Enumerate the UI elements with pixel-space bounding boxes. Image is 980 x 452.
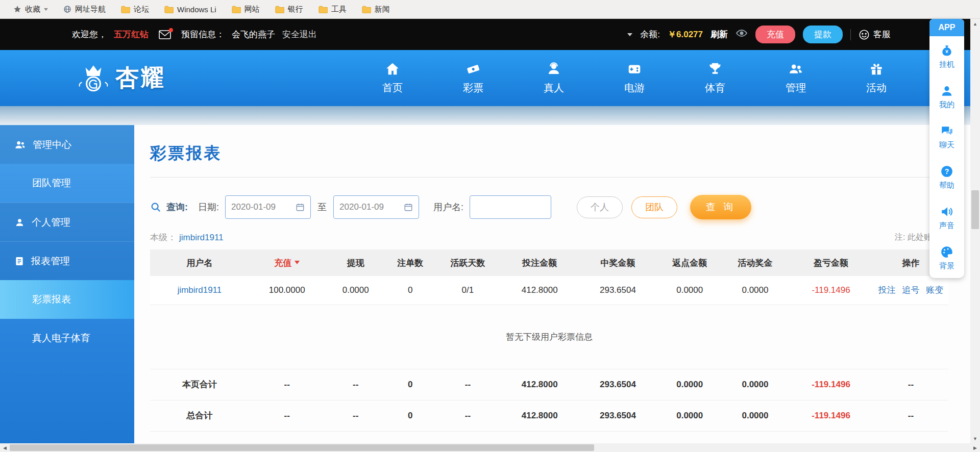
date-from-input[interactable]: 2020-01-09 xyxy=(225,195,311,219)
content-area: 管理中心 团队管理 个人管理 报表管理 彩票报表 真人电子体育 彩票报表 xyxy=(0,125,980,443)
mail-icon[interactable] xyxy=(159,30,171,39)
total-cell: -- xyxy=(325,400,386,431)
crown-emblem-icon xyxy=(77,61,110,95)
nav-item-sports[interactable]: 体育 xyxy=(691,61,740,95)
folder-icon xyxy=(275,6,284,13)
total-cell: 412.8000 xyxy=(501,369,578,400)
float-item-mine[interactable]: 我的 xyxy=(929,77,964,117)
report-icon xyxy=(14,256,24,266)
nav-item-egames[interactable]: 电游 xyxy=(610,61,659,95)
reserved-label: 预留信息： xyxy=(181,29,225,40)
total-cell: -119.1496 xyxy=(789,400,873,431)
horizontal-scroll-thumb[interactable] xyxy=(10,444,594,451)
total-cell: 0.0000 xyxy=(722,400,789,431)
grand-total-row: 总合计 -- -- 0 -- 412.8000 293.6504 0.0000 … xyxy=(150,400,948,431)
sidebar-item-team-manage[interactable]: 团队管理 xyxy=(0,164,134,203)
balance-toolbar: 余额: ￥6.0277 刷新 充值 提款 客服 xyxy=(627,26,980,43)
moneybag-icon: ¥ xyxy=(940,44,953,57)
query-label: 查询: xyxy=(166,201,188,213)
nav-item-home[interactable]: 首页 xyxy=(368,61,417,95)
eye-icon[interactable] xyxy=(736,29,748,40)
sidebar-item-report-manage[interactable]: 报表管理 xyxy=(0,241,134,280)
sidebar-item-admin-center[interactable]: 管理中心 xyxy=(0,125,134,164)
globe-icon xyxy=(63,5,71,13)
col-bet-amount: 投注金额 xyxy=(501,249,578,276)
personal-filter-button[interactable]: 个人 xyxy=(577,196,623,218)
float-item-help[interactable]: ? 帮助 xyxy=(929,157,964,197)
sidebar-item-live-egame-sports[interactable]: 真人电子体育 xyxy=(0,319,134,358)
nav-label: 活动 xyxy=(866,81,887,95)
service-label: 客服 xyxy=(873,29,891,40)
bookmark-folder-windows[interactable]: Windows Li xyxy=(164,5,216,14)
action-account-change-link[interactable]: 账变 xyxy=(926,285,943,295)
scroll-down-arrow[interactable]: ▼ xyxy=(970,434,980,443)
search-icon xyxy=(150,202,161,213)
recharge-button[interactable]: 充值 xyxy=(755,26,795,43)
row-user-link[interactable]: jimbird1911 xyxy=(178,285,222,295)
bookmark-folder-news[interactable]: 新闻 xyxy=(362,5,390,14)
action-chase-link[interactable]: 追号 xyxy=(902,285,919,295)
float-label: 声音 xyxy=(939,221,954,231)
bookmark-folder-banks[interactable]: 银行 xyxy=(275,5,303,14)
vertical-scroll-thumb[interactable] xyxy=(971,190,979,229)
balance-caret-icon[interactable] xyxy=(627,33,632,39)
date-to-input[interactable]: 2020-01-09 xyxy=(333,195,419,219)
horizontal-scrollbar[interactable]: ◀ ▶ xyxy=(0,443,980,452)
bookmark-folder-forum[interactable]: 论坛 xyxy=(121,5,149,14)
nav-item-lottery[interactable]: 彩票 xyxy=(449,61,498,95)
nav-label: 真人 xyxy=(544,81,564,95)
bookmark-folder-sites[interactable]: 网站 xyxy=(232,5,260,14)
scroll-up-arrow[interactable]: ▲ xyxy=(970,19,980,29)
scroll-left-arrow[interactable]: ◀ xyxy=(0,445,10,450)
cell-win: 293.6504 xyxy=(578,276,657,305)
scroll-right-arrow[interactable]: ▶ xyxy=(970,445,980,450)
nav-item-manage[interactable]: 管理 xyxy=(771,61,820,95)
bookmark-folder-tools[interactable]: 工具 xyxy=(318,5,347,14)
site-logo[interactable]: 杏耀 xyxy=(77,61,165,95)
bookmark-favorites[interactable]: 收藏 xyxy=(13,5,48,14)
float-item-autoplay[interactable]: ¥ 挂机 xyxy=(929,36,964,77)
float-item-sound[interactable]: 声音 xyxy=(929,197,964,238)
date-from-value: 2020-01-09 xyxy=(231,202,276,212)
manage-icon xyxy=(788,61,804,77)
empty-row: 暂无下级用户彩票信息 xyxy=(150,305,948,369)
col-recharge-sortable[interactable]: 充值 xyxy=(249,249,325,276)
level-user-link[interactable]: jimbird1911 xyxy=(179,233,224,243)
svg-text:?: ? xyxy=(945,167,949,175)
sidebar-label: 报表管理 xyxy=(31,255,70,268)
customer-service-link[interactable]: 客服 xyxy=(859,29,891,40)
level-row: 本级： jimbird1911 注: 此处账变为 xyxy=(150,232,948,243)
nav-item-live[interactable]: 真人 xyxy=(529,61,578,95)
refresh-button[interactable]: 刷新 xyxy=(710,29,728,40)
folder-icon xyxy=(121,6,130,13)
sidebar-item-personal-manage[interactable]: 个人管理 xyxy=(0,203,134,241)
bookmark-nav-site[interactable]: 网址导航 xyxy=(63,5,106,14)
sidebar-label: 真人电子体育 xyxy=(32,332,90,345)
palette-icon xyxy=(940,245,953,259)
withdraw-button[interactable]: 提款 xyxy=(803,26,843,43)
col-rebate-amount: 返点金额 xyxy=(658,249,722,276)
float-label: 背景 xyxy=(939,261,954,271)
table-header-row: 用户名 充值 提现 注单数 活跃天数 投注金额 中奖金额 返点金额 活动奖金 盈… xyxy=(150,249,948,276)
bookmark-label: 论坛 xyxy=(134,5,149,14)
vertical-scrollbar[interactable]: ▲ ▼ xyxy=(970,19,980,443)
star-icon xyxy=(13,5,21,13)
action-bet-link[interactable]: 投注 xyxy=(878,285,896,295)
total-cell: 293.6504 xyxy=(578,369,657,400)
team-filter-button[interactable]: 团队 xyxy=(631,196,677,218)
bookmark-label: 新闻 xyxy=(375,5,390,14)
date-label: 日期: xyxy=(198,201,219,213)
folder-icon xyxy=(164,6,174,13)
nav-label: 彩票 xyxy=(463,81,483,95)
username-input[interactable] xyxy=(470,195,551,219)
sidebar-item-lottery-report[interactable]: 彩票报表 xyxy=(0,280,134,319)
nav-item-activities[interactable]: 活动 xyxy=(852,61,901,95)
folder-icon xyxy=(318,6,328,13)
float-item-chat[interactable]: 聊天 xyxy=(929,117,964,157)
logout-link[interactable]: 安全退出 xyxy=(282,29,317,40)
user-icon xyxy=(14,217,25,228)
search-button[interactable]: 查 询 xyxy=(690,195,751,219)
username-label: 用户名: xyxy=(433,201,463,213)
app-button[interactable]: APP xyxy=(929,19,964,36)
float-item-background[interactable]: 背景 xyxy=(929,238,964,278)
